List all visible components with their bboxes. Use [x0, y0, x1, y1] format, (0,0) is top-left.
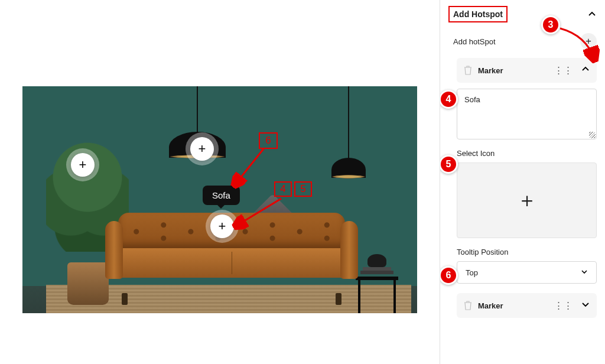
plus-icon: ＋ — [517, 187, 537, 214]
annotation-box-4: 4 — [274, 181, 292, 197]
marker-name-input[interactable]: Sofa — [457, 89, 597, 139]
annotation-step-3: 3 — [541, 15, 560, 34]
section-title: Add Hotspot — [448, 6, 508, 22]
marker-title: Marker — [478, 301, 503, 310]
preview-canvas: + + + Sofa 6 4 5 — [0, 0, 440, 364]
add-hotspot-button[interactable]: + — [580, 33, 597, 50]
trash-icon[interactable] — [464, 301, 472, 310]
marker-panel-2: Marker ⋮⋮ — [457, 293, 597, 318]
hotspot-sofa[interactable]: + — [210, 214, 234, 238]
plus-icon: + — [586, 35, 591, 47]
marker-name-value: Sofa — [464, 95, 480, 104]
plus-icon: + — [219, 219, 226, 234]
hotspot-tooltip: Sofa — [203, 186, 240, 205]
chevron-down-icon — [581, 268, 588, 277]
tooltip-position-select[interactable]: Top — [457, 261, 597, 284]
hotspot-lamp[interactable]: + — [190, 137, 214, 161]
chevron-up-icon — [581, 65, 590, 73]
select-icon-label: Select Icon — [457, 149, 597, 158]
trash-icon[interactable] — [464, 66, 472, 75]
tooltip-position-label: Tooltip Position — [457, 248, 597, 256]
hotspot-plant[interactable]: + — [71, 153, 95, 177]
side-table — [356, 277, 398, 280]
select-icon-button[interactable]: ＋ — [457, 162, 597, 238]
hotspot-image: + + + Sofa 6 4 5 — [22, 86, 417, 313]
marker-expand-toggle[interactable] — [581, 300, 590, 311]
annotation-step-5: 5 — [440, 155, 458, 174]
settings-sidebar: Add Hotspot Add hotSpot + Marker ⋮⋮ Sofa… — [440, 0, 605, 364]
resize-handle-icon[interactable] — [589, 132, 595, 138]
annotation-step-4: 4 — [440, 90, 458, 109]
plus-icon: + — [199, 141, 206, 157]
section-collapse-toggle[interactable] — [587, 9, 597, 21]
annotation-step-6: 6 — [440, 266, 458, 285]
marker-collapse-toggle[interactable] — [581, 65, 590, 76]
drag-handle-icon[interactable]: ⋮⋮ — [554, 300, 573, 311]
tooltip-position-value: Top — [466, 268, 478, 277]
plus-icon: + — [79, 157, 87, 173]
annotation-box-6: 6 — [259, 132, 278, 149]
tooltip-text: Sofa — [212, 190, 230, 200]
chevron-down-icon — [581, 300, 590, 308]
marker-title: Marker — [478, 66, 503, 75]
add-hotspot-label: Add hotSpot — [453, 37, 496, 46]
drag-handle-icon[interactable]: ⋮⋮ — [554, 65, 573, 76]
chevron-up-icon — [587, 9, 597, 19]
marker-panel-1: Marker ⋮⋮ — [457, 58, 597, 83]
annotation-box-5: 5 — [294, 181, 312, 197]
